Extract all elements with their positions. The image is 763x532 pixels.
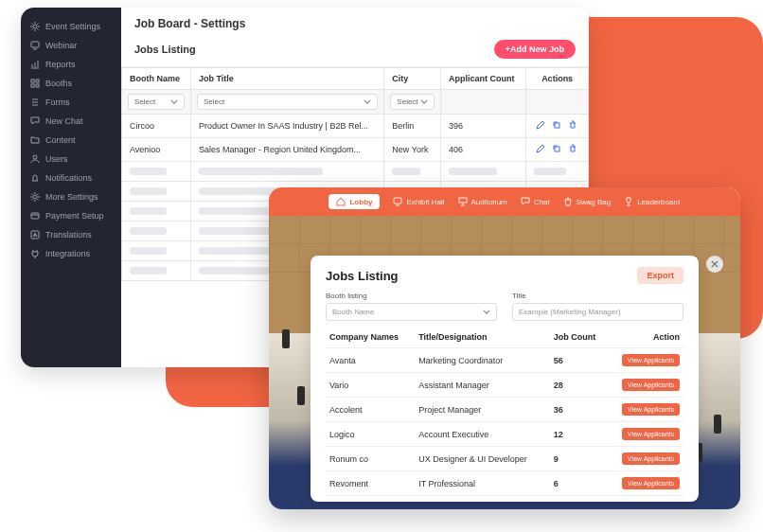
svg-rect-10 xyxy=(555,123,559,128)
close-icon xyxy=(711,260,719,268)
skeleton xyxy=(130,227,167,235)
nav-leaderboard[interactable]: Leaderboard xyxy=(624,197,680,206)
booth-placeholder: Booth Name xyxy=(332,308,374,316)
cell-title: Product Owner In SAAS Industry | B2B Rel… xyxy=(191,115,384,138)
nav-label: Swag Bag xyxy=(577,198,611,206)
title-placeholder: Example (Marketing Manager) xyxy=(519,308,621,316)
top-nav: LobbyExhibit HallAuditoriumChatSwag BagL… xyxy=(269,187,740,216)
cell-booth: Circoo xyxy=(122,115,191,138)
sidebar-item-users[interactable]: Users xyxy=(21,150,121,168)
chat-icon xyxy=(30,116,40,126)
view-applicants-button[interactable]: View Applicants xyxy=(622,452,680,465)
sidebar-item-label: Integrations xyxy=(45,249,90,258)
svg-rect-13 xyxy=(459,198,467,203)
nav-exhibit-hall[interactable]: Exhibit Hall xyxy=(393,197,444,206)
col-header: City xyxy=(384,68,441,90)
copy-button[interactable] xyxy=(552,144,563,155)
title-filter-input[interactable]: Example (Marketing Manager) xyxy=(512,303,683,321)
chevron-down-icon xyxy=(364,99,371,104)
sidebar-item-label: Notifications xyxy=(45,173,92,183)
trash-button[interactable] xyxy=(568,120,579,132)
sidebar-item-label: Booths xyxy=(45,79,72,88)
cell-booth: Avenioo xyxy=(122,138,191,162)
export-button[interactable]: Export xyxy=(637,267,683,284)
trash-button[interactable] xyxy=(568,144,579,155)
cell-count: 12 xyxy=(550,422,608,447)
lang-icon xyxy=(30,230,40,239)
sidebar-item-integrations[interactable]: Integrations xyxy=(21,244,121,263)
figure xyxy=(297,386,305,405)
table-row: AveniooSales Manager - Region United Kin… xyxy=(122,138,589,162)
subheader: Jobs Listing +Add New Job xyxy=(121,40,589,67)
skeleton xyxy=(392,168,420,175)
hall-background: Jobs Listing Export Booth listing Booth … xyxy=(269,216,740,509)
sidebar-item-webinar[interactable]: Webinar xyxy=(21,36,121,55)
nav-chat[interactable]: Chat xyxy=(521,197,550,206)
filter-select[interactable]: Select xyxy=(197,94,378,110)
sidebar-item-label: More Settings xyxy=(45,192,98,202)
table-row: Ronum coUX Designer & UI Developer9View … xyxy=(326,447,683,471)
chat-icon xyxy=(521,197,530,206)
sidebar-item-label: New Chat xyxy=(45,116,83,126)
sidebar-item-event-settings[interactable]: Event Settings xyxy=(21,17,121,36)
sidebar-item-content[interactable]: Content xyxy=(21,131,121,150)
cell-title: Sales Manager - Region United Kingdom... xyxy=(191,138,384,162)
gear-icon xyxy=(30,22,40,31)
col-header: Title/Designation xyxy=(415,327,550,348)
sidebar-item-more-settings[interactable]: More Settings xyxy=(21,187,121,206)
copy-button[interactable] xyxy=(552,120,563,132)
gear-icon xyxy=(30,192,40,202)
cell-title: Assistant Manager xyxy=(415,373,550,398)
list-icon xyxy=(30,98,40,107)
nav-lobby[interactable]: Lobby xyxy=(328,194,380,209)
skeleton xyxy=(534,168,566,175)
sidebar-item-reports[interactable]: Reports xyxy=(21,55,121,74)
filter-select[interactable]: Select xyxy=(128,94,185,110)
svg-rect-5 xyxy=(36,84,39,87)
nav-auditorium[interactable]: Auditorium xyxy=(458,197,507,206)
close-button[interactable] xyxy=(706,256,723,273)
cell-city: New York xyxy=(384,138,441,162)
add-new-job-button[interactable]: +Add New Job xyxy=(494,40,576,59)
svg-rect-3 xyxy=(36,80,39,82)
plug-icon xyxy=(30,249,40,258)
skeleton-row xyxy=(122,162,589,182)
sidebar-item-new-chat[interactable]: New Chat xyxy=(21,112,121,131)
edit-button[interactable] xyxy=(536,120,547,132)
nav-swag-bag[interactable]: Swag Bag xyxy=(563,197,611,206)
sidebar-item-label: Webinar xyxy=(45,41,77,50)
view-applicants-button[interactable]: View Applicants xyxy=(622,379,680,391)
view-applicants-button[interactable]: View Applicants xyxy=(622,477,680,489)
sidebar-item-booths[interactable]: Booths xyxy=(21,74,121,93)
sidebar-item-label: Payment Setup xyxy=(45,211,104,221)
cell-count: 6 xyxy=(550,471,608,496)
view-applicants-button[interactable]: View Applicants xyxy=(622,428,680,440)
skeleton xyxy=(130,168,167,175)
svg-point-7 xyxy=(33,195,37,199)
sidebar-item-payment-setup[interactable]: Payment Setup xyxy=(21,206,121,225)
filter-select[interactable]: Select xyxy=(390,94,435,110)
sidebar-item-notifications[interactable]: Notifications xyxy=(21,168,121,187)
sidebar-item-forms[interactable]: Forms xyxy=(21,93,121,112)
view-applicants-button[interactable]: View Applicants xyxy=(622,354,680,366)
table-row: CircooProduct Owner In SAAS Industry | B… xyxy=(122,115,589,138)
chevron-down-icon xyxy=(483,310,490,314)
col-header: Job Title xyxy=(191,68,384,90)
grid-icon xyxy=(30,79,40,88)
cell-title: Project Manager xyxy=(415,398,550,422)
view-applicants-button[interactable]: View Applicants xyxy=(622,403,680,416)
table-row: AccolentProject Manager36View Applicants xyxy=(326,398,683,422)
booth-filter-select[interactable]: Booth Name xyxy=(326,303,497,321)
cell-company: Logico xyxy=(326,422,415,447)
sidebar-item-translations[interactable]: Translations xyxy=(21,225,121,244)
nav-label: Chat xyxy=(534,198,550,206)
cell-count: 9 xyxy=(550,447,608,471)
sidebar: Event SettingsWebinarReportsBoothsFormsN… xyxy=(21,8,121,367)
sidebar-item-label: Content xyxy=(45,135,76,145)
sidebar-item-label: Translations xyxy=(45,230,92,239)
skeleton xyxy=(130,207,167,215)
page-title: Job Board - Settings xyxy=(121,8,589,40)
section-title: Jobs Listing xyxy=(134,44,196,55)
edit-button[interactable] xyxy=(536,144,547,155)
sidebar-item-label: Users xyxy=(45,154,68,164)
